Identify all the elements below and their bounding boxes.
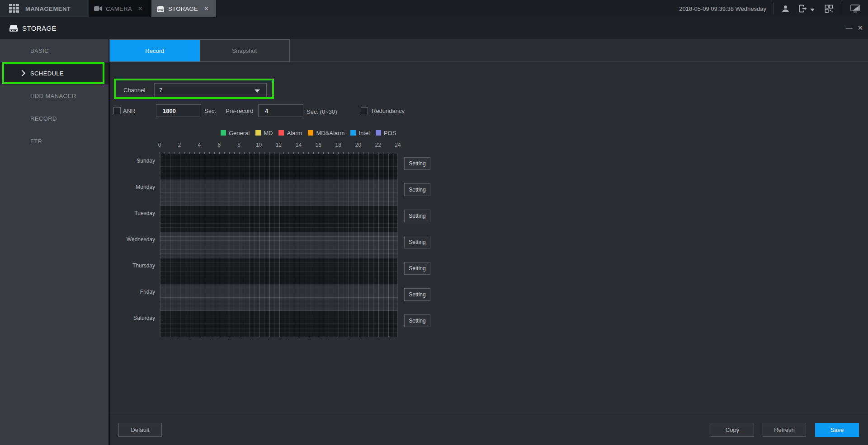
storage-disk-icon (157, 6, 164, 12)
camera-tab-close-icon[interactable]: ✕ (138, 5, 142, 12)
hour-label: 16 (316, 142, 321, 148)
schedule-grid-friday[interactable] (160, 285, 397, 311)
management-menu[interactable]: MANAGEMENT (0, 0, 89, 17)
active-chevron-icon (19, 70, 25, 76)
legend-swatch (255, 130, 261, 136)
storage-tab-label: STORAGE (168, 5, 198, 12)
legend-label: POS (384, 130, 396, 136)
logout-button[interactable] (797, 0, 816, 17)
tab-snapshot[interactable]: Snapshot (200, 40, 290, 61)
sidebar-item-schedule[interactable]: SCHEDULE (0, 62, 108, 84)
anr-duration-input[interactable] (156, 104, 201, 117)
monitor-icon (850, 5, 860, 13)
redundancy-checkbox[interactable] (361, 107, 368, 114)
sidebar-item-hdd-manager[interactable]: HDD MANAGER (0, 84, 108, 107)
day-label-saturday: Saturday (72, 315, 155, 321)
channel-label: Channel (123, 83, 145, 97)
prerecord-label: Pre-record (226, 104, 253, 117)
setting-button-wednesday[interactable]: Setting (404, 236, 430, 248)
legend-swatch (278, 130, 284, 136)
management-label: MANAGEMENT (25, 5, 71, 12)
hour-label: 12 (276, 142, 282, 148)
system-datetime: 2018-05-09 09:39:38 Wednesday (679, 0, 766, 17)
copy-button[interactable]: Copy (711, 423, 754, 437)
schedule-grid-wednesday[interactable] (160, 232, 397, 258)
day-label-tuesday: Tuesday (72, 210, 155, 216)
schedule-grid-monday[interactable] (160, 180, 397, 206)
hour-label: 14 (296, 142, 302, 148)
legend-item: MD (255, 130, 273, 136)
qr-code-icon (825, 5, 833, 13)
window-close-button[interactable]: ✕ (856, 23, 864, 33)
footer-divider (108, 415, 868, 415)
prerecord-input[interactable] (258, 104, 303, 117)
camera-tab[interactable]: CAMERA ✕ (89, 0, 151, 17)
refresh-button[interactable]: Refresh (763, 423, 806, 437)
weekly-schedule-grid (160, 154, 398, 337)
sidebar-item-label: HDD MANAGER (30, 93, 76, 99)
channel-dropdown[interactable]: 7 (154, 83, 267, 97)
hour-label: 2 (178, 142, 181, 148)
prerecord-unit-label: Sec. (0~30) (307, 105, 337, 118)
sidebar-item-label: FTP (30, 138, 42, 145)
logout-icon (798, 5, 807, 13)
sidebar-item-ftp[interactable]: FTP (0, 130, 108, 152)
storage-window-icon (9, 25, 18, 32)
hour-label: 10 (256, 142, 262, 148)
hour-label: 18 (335, 142, 341, 148)
hour-label: 8 (237, 142, 241, 148)
sidebar-item-label: SCHEDULE (30, 70, 64, 77)
hour-label: 4 (198, 142, 201, 148)
sidebar-item-record[interactable]: RECORD (0, 107, 108, 130)
setting-button-friday[interactable]: Setting (404, 288, 430, 301)
setting-button-sunday[interactable]: Setting (404, 157, 430, 170)
legend-item: Intel (350, 130, 370, 136)
storage-tab-close-icon[interactable]: ✕ (204, 5, 208, 12)
chevron-down-icon (255, 89, 260, 93)
tab-record[interactable]: Record (110, 40, 200, 61)
legend-label: MD&Alarm (316, 130, 344, 136)
legend-swatch (308, 130, 313, 136)
setting-button-saturday[interactable]: Setting (404, 314, 430, 327)
legend-swatch (376, 130, 381, 136)
legend-swatch (221, 130, 226, 136)
camera-icon (94, 6, 102, 11)
redundancy-label: Redundancy (372, 104, 405, 117)
anr-label: ANR (123, 104, 135, 117)
day-label-thursday: Thursday (72, 262, 155, 269)
legend-label: General (229, 130, 250, 136)
storage-tab[interactable]: STORAGE ✕ (151, 0, 216, 17)
channel-dropdown-value: 7 (159, 87, 162, 94)
window-minimize-button[interactable]: — (845, 23, 853, 33)
schedule-grid-tuesday[interactable] (160, 206, 397, 232)
day-label-wednesday: Wednesday (72, 236, 155, 243)
camera-tab-label: CAMERA (106, 5, 132, 12)
legend-swatch (350, 130, 356, 136)
schedule-grid-saturday[interactable] (160, 311, 397, 337)
tab-strip-underline (290, 61, 868, 62)
storage-settings-screen: MANAGEMENT CAMERA ✕ STORAGE ✕ 2018-0 (0, 0, 868, 445)
display-output-button[interactable] (846, 0, 863, 17)
legend-item: POS (376, 130, 396, 136)
setting-button-monday[interactable]: Setting (404, 183, 430, 196)
sidebar-item-label: BASIC (30, 47, 49, 54)
default-button[interactable]: Default (118, 423, 162, 437)
apps-grid-icon (9, 4, 19, 13)
qr-code-button[interactable] (822, 0, 835, 17)
logout-caret-icon (810, 9, 815, 11)
anr-checkbox[interactable] (113, 107, 121, 114)
day-label-monday: Monday (72, 184, 155, 190)
setting-button-thursday[interactable]: Setting (404, 262, 430, 275)
legend-item: General (221, 130, 250, 136)
day-label-friday: Friday (72, 289, 155, 295)
storage-window-titlebar: STORAGE — ✕ (0, 17, 868, 39)
setting-button-tuesday[interactable]: Setting (404, 210, 430, 222)
sidebar-item-basic[interactable]: BASIC (0, 39, 108, 62)
save-button[interactable]: Save (815, 423, 859, 437)
day-label-sunday: Sunday (72, 158, 155, 164)
hour-label: 24 (395, 142, 401, 148)
schedule-grid-thursday[interactable] (160, 258, 397, 285)
schedule-grid-sunday[interactable] (160, 154, 397, 180)
user-account-button[interactable] (778, 0, 792, 17)
record-type-legend: GeneralMDAlarmMD&AlarmIntelPOS (221, 129, 396, 136)
